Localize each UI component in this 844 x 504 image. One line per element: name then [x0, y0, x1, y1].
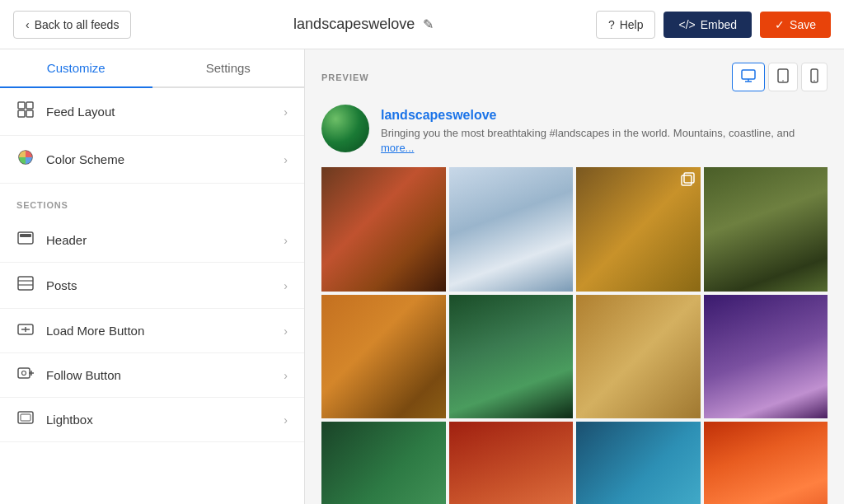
tablet-view-button[interactable]: [768, 63, 798, 91]
chevron-right-icon-2: ›: [284, 153, 288, 166]
svg-rect-1: [26, 102, 33, 109]
sidebar-sections: Header › Posts ›: [0, 218, 304, 442]
photo-cell[interactable]: [449, 422, 574, 504]
lightbox-label: Lightbox: [46, 413, 93, 427]
sidebar-item-posts[interactable]: Posts ›: [0, 263, 304, 309]
photo-cell[interactable]: [576, 422, 701, 504]
photo-cell[interactable]: [704, 422, 828, 504]
color-scheme-icon: [16, 149, 35, 170]
sidebar-item-header[interactable]: Header ›: [0, 218, 304, 263]
help-icon: ?: [608, 18, 615, 31]
edit-icon[interactable]: ✎: [423, 16, 434, 32]
feed-name: landscapeswelove: [293, 16, 415, 33]
sections-label: SECTIONS: [0, 184, 304, 218]
chevron-right-icon-6: ›: [284, 369, 288, 382]
photo-cell[interactable]: [321, 295, 446, 419]
svg-point-23: [782, 80, 784, 82]
posts-icon: [16, 276, 35, 295]
header: ‹ Back to all feeds landscapeswelove ✎ ?…: [0, 0, 844, 49]
posts-label: Posts: [46, 278, 77, 292]
profile-name[interactable]: landscapeswelove: [381, 108, 828, 123]
header-actions: ? Help </> Embed ✓ Save: [596, 11, 831, 39]
svg-point-14: [22, 371, 26, 376]
chevron-left-icon: ‹: [26, 18, 30, 31]
header-section-label: Header: [46, 233, 87, 247]
help-button[interactable]: ? Help: [596, 11, 656, 39]
help-label: Help: [620, 18, 644, 31]
svg-rect-2: [18, 110, 25, 117]
profile-bio: Bringing you the most breathtaking #land…: [381, 126, 828, 156]
chevron-right-icon-7: ›: [284, 413, 288, 427]
svg-rect-6: [20, 234, 31, 237]
main-layout: Customize Settings: [0, 49, 844, 504]
load-more-icon: [16, 322, 35, 339]
chevron-right-icon-4: ›: [284, 279, 288, 292]
check-icon: ✓: [775, 18, 785, 31]
svg-rect-18: [21, 414, 30, 421]
svg-rect-3: [26, 110, 33, 117]
sidebar-top-section: Feed Layout › Color: [0, 88, 304, 184]
embed-button[interactable]: </> Embed: [663, 12, 752, 38]
photo-grid: [321, 167, 828, 504]
photo-cell[interactable]: [576, 295, 701, 419]
view-toggle: [732, 63, 828, 91]
svg-rect-27: [684, 173, 694, 183]
svg-rect-13: [18, 368, 30, 378]
photo-cell[interactable]: [321, 422, 446, 504]
follow-button-icon: [16, 366, 35, 384]
profile-bio-link[interactable]: more...: [381, 142, 414, 154]
sidebar-item-color-scheme[interactable]: Color Scheme ›: [0, 136, 304, 184]
save-label: Save: [790, 18, 816, 31]
svg-rect-19: [742, 70, 755, 79]
photo-cell[interactable]: [449, 167, 574, 292]
feed-layout-label: Feed Layout: [46, 105, 115, 119]
profile-info: landscapeswelove Bringing you the most b…: [381, 105, 828, 156]
avatar: [321, 105, 369, 152]
sidebar-item-follow-button[interactable]: Follow Button ›: [0, 353, 304, 398]
desktop-view-button[interactable]: [732, 63, 765, 91]
feed-title-area: landscapeswelove ✎: [293, 16, 434, 33]
back-button-label: Back to all feeds: [35, 18, 120, 31]
save-button[interactable]: ✓ Save: [760, 12, 831, 38]
svg-rect-0: [18, 102, 25, 109]
preview-label: PREVIEW: [321, 72, 369, 82]
tab-customize[interactable]: Customize: [0, 49, 152, 88]
code-icon: </>: [678, 18, 695, 31]
sidebar: Customize Settings: [0, 49, 305, 504]
photo-cell[interactable]: [321, 167, 446, 292]
tablet-icon: [777, 72, 789, 86]
multi-photo-icon: [681, 172, 696, 190]
svg-rect-7: [18, 277, 33, 290]
color-scheme-label: Color Scheme: [46, 152, 124, 166]
back-button[interactable]: ‹ Back to all feeds: [13, 11, 131, 39]
photo-cell[interactable]: [449, 295, 574, 419]
desktop-icon: [741, 71, 756, 85]
photo-cell[interactable]: [704, 167, 828, 292]
embed-label: Embed: [701, 18, 737, 31]
header-section-icon: [16, 231, 35, 249]
photo-cell[interactable]: [704, 295, 828, 419]
profile-section: landscapeswelove Bringing you the most b…: [321, 105, 828, 156]
sidebar-item-feed-layout[interactable]: Feed Layout ›: [0, 88, 304, 136]
preview-header: PREVIEW: [321, 63, 828, 91]
sidebar-item-lightbox[interactable]: Lightbox ›: [0, 398, 304, 442]
lightbox-icon: [16, 411, 35, 428]
chevron-right-icon: ›: [284, 105, 288, 119]
preview-area: PREVIEW: [305, 49, 844, 504]
follow-button-label: Follow Button: [46, 368, 121, 382]
mobile-view-button[interactable]: [801, 63, 828, 91]
load-more-label: Load More Button: [46, 324, 144, 338]
mobile-icon: [810, 72, 818, 86]
photo-cell[interactable]: [576, 167, 701, 292]
svg-point-25: [814, 80, 815, 82]
tab-settings[interactable]: Settings: [152, 49, 305, 86]
sidebar-item-load-more[interactable]: Load More Button ›: [0, 309, 304, 353]
chevron-right-icon-3: ›: [284, 234, 288, 247]
chevron-right-icon-5: ›: [284, 324, 288, 338]
sidebar-tabs: Customize Settings: [0, 49, 304, 88]
svg-rect-26: [682, 175, 692, 185]
feed-layout-icon: [16, 101, 35, 122]
